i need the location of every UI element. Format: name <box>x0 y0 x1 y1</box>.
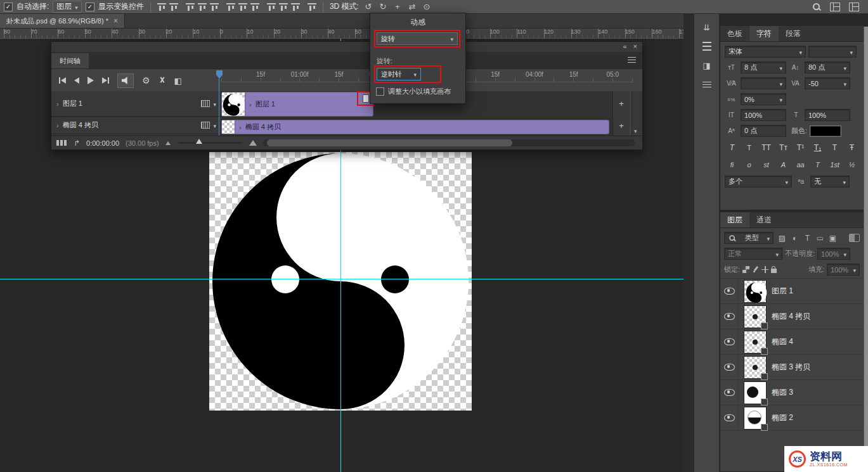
timeline-clip-ellipse4copy[interactable]: › 椭圆 4 拷贝 <box>221 120 609 134</box>
timeline-vertical-scrollbar[interactable] <box>632 91 642 136</box>
frame-view-icon[interactable] <box>56 140 67 146</box>
discretionary-ligatures-button[interactable]: st <box>758 158 774 171</box>
info-panel-icon[interactable] <box>703 81 711 87</box>
chevron-down-icon[interactable] <box>213 122 216 129</box>
3d-slide-icon[interactable]: ⇄ <box>406 2 418 11</box>
app-vertical-scrollbar[interactable] <box>864 27 868 472</box>
align-horizontal-centers-icon[interactable] <box>210 3 219 11</box>
panel-menu-icon[interactable] <box>628 57 636 63</box>
blend-mode-dropdown[interactable]: 正常 <box>724 248 782 260</box>
pixel-filter-icon[interactable]: ▨ <box>776 233 788 243</box>
tab-paragraph[interactable]: 段落 <box>779 26 808 41</box>
visibility-toggle[interactable] <box>720 355 739 380</box>
layer-row[interactable]: 椭圆 4 <box>720 329 864 355</box>
align-vertical-centers-icon[interactable] <box>169 3 178 11</box>
3d-roll-icon[interactable]: ↻ <box>377 2 389 11</box>
strikethrough-button[interactable]: Ŧ <box>844 141 860 154</box>
auto-select-checkbox[interactable] <box>4 3 13 11</box>
filter-toggle-icon[interactable] <box>849 234 860 242</box>
timeline-zoom-slider[interactable] <box>178 142 242 144</box>
baseline-shift-field[interactable]: 0 点 <box>741 125 786 137</box>
next-frame-button[interactable] <box>102 77 109 84</box>
visibility-toggle[interactable] <box>720 329 739 354</box>
3d-pan-icon[interactable]: + <box>392 2 403 11</box>
layer-thumbnail[interactable] <box>744 407 766 429</box>
timeline-settings-button[interactable] <box>142 75 150 86</box>
arrange-documents-icon[interactable] <box>849 3 859 11</box>
timeline-horizontal-scrollbar[interactable] <box>263 139 635 146</box>
clip-properties-icon[interactable] <box>363 94 369 103</box>
3d-scale-icon[interactable]: ⊙ <box>421 2 432 11</box>
motion-style-dropdown[interactable]: 旋转 <box>377 32 458 45</box>
swash-button[interactable]: A <box>775 158 791 171</box>
layer-thumbnail[interactable] <box>744 281 766 302</box>
resize-canvas-checkbox[interactable] <box>376 87 384 96</box>
fractions-button[interactable]: ½ <box>844 158 860 171</box>
superscript-button[interactable]: T¹ <box>793 141 808 154</box>
zoom-slider-knob[interactable] <box>196 139 202 144</box>
expand-panels-icon[interactable] <box>701 22 713 33</box>
previous-frame-button[interactable] <box>74 77 79 84</box>
chevron-down-icon[interactable] <box>213 100 216 108</box>
all-caps-button[interactable]: TT <box>758 141 774 154</box>
kerning-dropdown[interactable] <box>741 77 786 89</box>
font-size-dropdown[interactable]: 8 点 <box>741 61 786 73</box>
smart-object-filter-icon[interactable]: ▣ <box>827 233 839 243</box>
ligatures-button[interactable]: fi <box>724 158 740 171</box>
font-family-dropdown[interactable]: 宋体 <box>725 46 806 58</box>
distribute-vertical-centers-icon[interactable] <box>250 3 259 11</box>
layer-row[interactable]: 图层 1 <box>720 279 864 304</box>
language-dropdown[interactable]: 多个 <box>725 175 792 188</box>
fill-field[interactable]: 100% <box>827 264 860 276</box>
font-style-dropdown[interactable] <box>808 46 857 58</box>
lock-position-icon[interactable] <box>761 266 768 273</box>
tab-channels[interactable]: 通道 <box>749 212 779 227</box>
scrollbar-thumb[interactable] <box>267 139 512 146</box>
tab-character[interactable]: 字符 <box>749 26 779 41</box>
layer-thumbnail[interactable] <box>744 331 766 353</box>
type-filter-icon[interactable]: T <box>801 233 813 243</box>
align-top-edges-icon[interactable] <box>157 3 166 11</box>
properties-panel-icon[interactable] <box>703 42 711 51</box>
expand-clip-icon[interactable]: › <box>249 101 252 108</box>
opacity-field[interactable]: 100% <box>817 248 850 260</box>
add-media-button[interactable] <box>613 121 630 131</box>
adjustment-filter-icon[interactable]: ◐ <box>789 233 801 243</box>
adjustments-panel-icon[interactable] <box>701 60 713 71</box>
visibility-toggle[interactable] <box>720 279 739 303</box>
workspace-icon[interactable] <box>830 3 840 11</box>
video-track-icon[interactable] <box>201 100 210 107</box>
transition-button[interactable] <box>174 76 182 86</box>
document-tab[interactable]: 卦未成品.psd @ 68.9%(RGB/8) * × <box>0 14 125 28</box>
leading-dropdown[interactable]: 80 点 <box>805 61 850 73</box>
align-left-edges-icon[interactable] <box>198 3 207 11</box>
proportional-spacing-dropdown[interactable]: 0% <box>741 93 786 105</box>
layer-thumbnail[interactable] <box>744 306 766 328</box>
subscript-button[interactable]: T₁ <box>810 141 826 154</box>
horizontal-guide[interactable] <box>0 279 683 279</box>
expand-clip-icon[interactable]: › <box>239 124 242 131</box>
stylistic-alternates-button[interactable]: aa <box>793 158 808 171</box>
rotate-direction-dropdown[interactable]: 逆时针 <box>377 68 421 80</box>
antialias-dropdown[interactable]: 无 <box>810 175 850 188</box>
layer-row[interactable]: 椭圆 3 拷贝 <box>720 355 864 380</box>
lock-all-icon[interactable] <box>771 269 777 273</box>
distribute-horizontal-centers-icon[interactable] <box>291 3 300 11</box>
play-button[interactable] <box>87 77 94 84</box>
lock-transparency-icon[interactable] <box>742 266 749 273</box>
go-to-first-frame-button[interactable] <box>59 77 66 84</box>
vertical-scale-field[interactable]: 100% <box>741 109 786 121</box>
small-caps-button[interactable]: Tт <box>775 141 791 154</box>
lock-pixels-icon[interactable] <box>752 266 759 273</box>
horizontal-scale-field[interactable]: 100% <box>805 109 850 121</box>
timeline-titlebar[interactable]: « × <box>51 42 642 52</box>
visibility-toggle[interactable] <box>720 304 739 329</box>
faux-bold-button[interactable]: T <box>724 141 740 154</box>
show-transform-checkbox[interactable] <box>86 3 94 11</box>
text-color-swatch[interactable] <box>810 125 841 137</box>
expand-track-icon[interactable]: › <box>56 100 59 108</box>
close-tab-button[interactable]: × <box>113 16 118 25</box>
video-track-icon[interactable] <box>201 122 210 129</box>
titling-alternates-button[interactable]: T <box>810 158 826 171</box>
layer-filter-dropdown[interactable]: 类型 <box>724 232 774 244</box>
